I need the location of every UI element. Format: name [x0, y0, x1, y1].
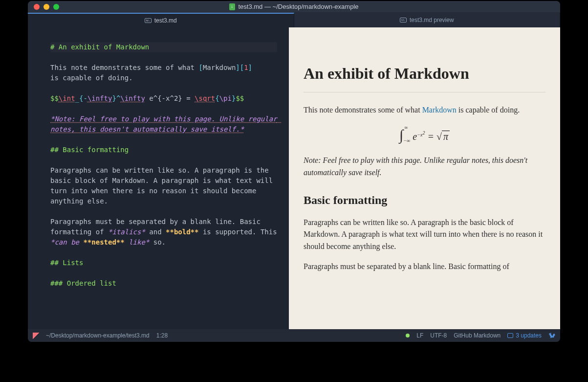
editor-emphasis: *Note: Feel free to play with this page.…	[50, 115, 281, 133]
split-panes: # An exhibit of Markdown This note demon…	[28, 27, 560, 329]
preview-note: Note: Feel free to play with this page. …	[304, 155, 545, 179]
editor-line: Paragraphs can be written like so. A par…	[50, 165, 277, 206]
status-updates[interactable]: 3 updates	[507, 332, 542, 339]
heading-2: ## Lists	[50, 259, 83, 267]
preview-paragraph: Paragraphs must be separated by a blank …	[304, 261, 545, 273]
status-indicator-icon[interactable]	[406, 334, 410, 337]
source-editor[interactable]: # An exhibit of Markdown This note demon…	[28, 27, 289, 329]
close-icon[interactable]	[34, 4, 40, 10]
zoom-icon[interactable]	[53, 4, 59, 10]
package-icon	[507, 333, 513, 338]
heading-3: ### Ordered list	[50, 279, 116, 287]
markdown-icon: M↓	[145, 18, 152, 23]
preview-paragraph: Paragraphs can be written like so. A par…	[304, 217, 545, 253]
tab-preview[interactable]: M↓ test3.md preview	[294, 13, 561, 27]
tab-bar: M↓ test3.md M↓ test3.md preview	[28, 13, 560, 27]
editor-line: is capable of doing.	[50, 73, 277, 83]
status-eol[interactable]: LF	[416, 332, 423, 339]
status-updates-text: 3 updates	[516, 332, 542, 339]
preview-h2: Basic formatting	[304, 191, 545, 209]
minimize-icon[interactable]	[44, 4, 49, 10]
status-bar: ~/Desktop/markdown-example/test3.md 1:28…	[28, 329, 560, 342]
status-path[interactable]: ~/Desktop/markdown-example/test3.md	[46, 332, 150, 339]
titlebar[interactable]: test3.md — ~/Desktop/markdown-example	[28, 1, 560, 13]
markdown-icon: M↓	[400, 18, 407, 22]
editor-line: This note demonstrates some of what [Mar…	[50, 63, 277, 73]
heading-2: ## Basic formatting	[50, 146, 129, 154]
status-cursor[interactable]: 1:28	[156, 332, 168, 339]
preview-math: ∫−∞∞ e−x2 = √π	[304, 124, 545, 147]
window-title: test3.md — ~/Desktop/markdown-example	[28, 3, 560, 10]
preview-link[interactable]: Markdown	[422, 106, 457, 114]
traffic-lights	[28, 4, 59, 10]
app-window: test3.md — ~/Desktop/markdown-example M↓…	[28, 1, 560, 342]
status-encoding[interactable]: UTF-8	[430, 332, 447, 339]
preview-h1: An exhibit of Markdown	[304, 62, 545, 92]
window-title-text: test3.md — ~/Desktop/markdown-example	[238, 3, 358, 10]
tab-source[interactable]: M↓ test3.md	[28, 13, 294, 27]
squirrel-icon[interactable]: 🐿	[548, 332, 555, 339]
status-grammar[interactable]: GitHub Markdown	[454, 332, 501, 339]
tab-preview-label: test3.md preview	[410, 17, 454, 23]
markdown-preview[interactable]: An exhibit of Markdown This note demonst…	[289, 27, 560, 329]
git-icon[interactable]	[33, 333, 39, 339]
tab-source-label: test3.md	[154, 17, 177, 24]
editor-line-latex: $$\int_{-\infty}^\infty e^{-x^2} = \sqrt…	[50, 93, 277, 104]
editor-line: Paragraphs must be separated by a blank …	[50, 217, 277, 247]
preview-paragraph: This note demonstrates some of what Mark…	[304, 104, 545, 116]
heading-1: # An exhibit of Markdown	[50, 43, 149, 51]
file-icon	[229, 3, 235, 10]
